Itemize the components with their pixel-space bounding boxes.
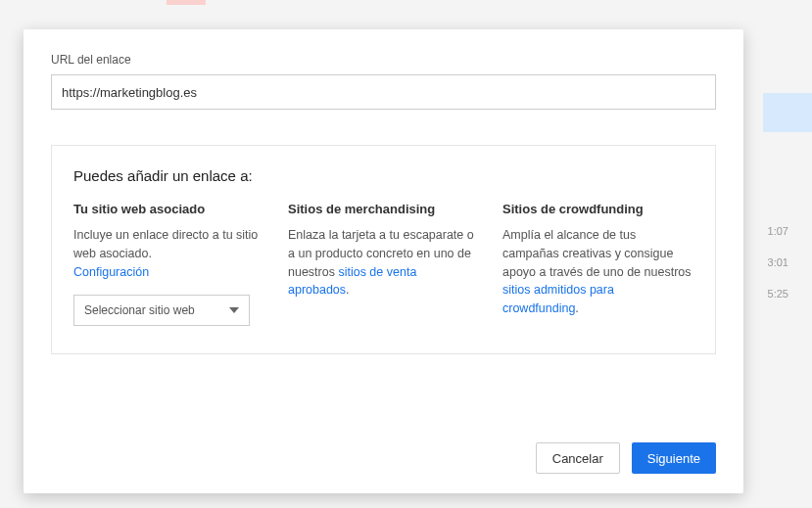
col-merch-title: Sitios de merchandising: [288, 202, 479, 216]
col-merch-text-post: .: [346, 283, 349, 297]
col-crowd: Sitios de crowdfunding Amplía el alcance…: [502, 202, 693, 326]
bg-timestamp: 1:07: [768, 225, 788, 237]
bg-timestamp: 5:25: [768, 288, 788, 300]
info-heading: Puedes añadir un enlace a:: [73, 167, 693, 184]
info-box: Puedes añadir un enlace a: Tu sitio web …: [51, 145, 716, 354]
cancel-button[interactable]: Cancelar: [536, 442, 620, 474]
link-dialog: URL del enlace Puedes añadir un enlace a…: [24, 29, 743, 493]
crowdfunding-sites-link[interactable]: sitios admitidos para crowdfunding: [502, 283, 614, 315]
next-button[interactable]: Siguiente: [632, 442, 716, 474]
info-columns: Tu sitio web asociado Incluye un enlace …: [73, 202, 693, 326]
url-input[interactable]: [51, 74, 716, 110]
configuration-link[interactable]: Configuración: [73, 265, 149, 279]
dialog-footer: Cancelar Siguiente: [51, 442, 716, 474]
col-crowd-text: Amplía el alcance de tus campañas creati…: [502, 226, 693, 318]
col-associated-text-pre: Incluye un enlace directo a tu sitio web…: [73, 228, 258, 260]
chevron-down-icon: [229, 305, 239, 315]
col-merch: Sitios de merchandising Enlaza la tarjet…: [288, 202, 479, 326]
background-highlight-bar: [763, 93, 812, 132]
background-timestamps: 1:07 3:01 5:25: [768, 225, 788, 300]
col-associated-text: Incluye un enlace directo a tu sitio web…: [73, 226, 264, 281]
col-associated: Tu sitio web asociado Incluye un enlace …: [73, 202, 264, 326]
bg-timestamp: 3:01: [768, 256, 788, 268]
col-merch-text: Enlaza la tarjeta a tu escaparate o a un…: [288, 226, 479, 300]
col-crowd-title: Sitios de crowdfunding: [502, 202, 693, 216]
background-stripe: [167, 0, 206, 5]
col-crowd-text-pre: Amplía el alcance de tus campañas creati…: [502, 228, 692, 279]
col-associated-title: Tu sitio web asociado: [73, 202, 264, 216]
site-select-dropdown[interactable]: Seleccionar sitio web: [73, 295, 250, 326]
col-crowd-text-post: .: [575, 301, 578, 315]
url-label: URL del enlace: [51, 53, 716, 67]
dropdown-label: Seleccionar sitio web: [84, 303, 195, 317]
